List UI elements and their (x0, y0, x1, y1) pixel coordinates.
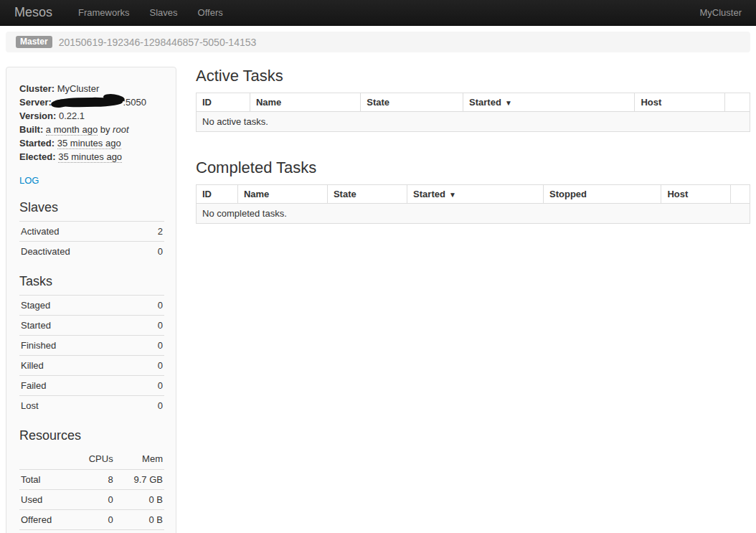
resources-section-title: Resources (19, 428, 164, 443)
built-by: by (100, 124, 110, 135)
started-value: 35 minutes ago (57, 138, 121, 149)
resources-offered-mem: 0 B (115, 510, 164, 530)
resources-offered-cpus: 0 (72, 510, 114, 530)
slaves-activated-value: 2 (145, 222, 164, 242)
resources-col-cpus: CPUs (72, 449, 114, 470)
nav-item-slaves[interactable]: Slaves (140, 0, 188, 26)
cluster-value: MyCluster (57, 83, 100, 94)
info-version: Version: 0.22.1 (19, 109, 164, 123)
active-col-blank (725, 93, 750, 112)
resources-used-mem: 0 B (115, 490, 164, 510)
tasks-table: Staged 0 Started 0 Finished 0 Killed 0 F… (19, 295, 164, 415)
resources-offered-label: Offered (19, 510, 72, 530)
completed-col-started[interactable]: Started▼ (407, 185, 544, 204)
table-row: Idle 8 9.7 GB (19, 530, 164, 533)
completed-col-state[interactable]: State (327, 185, 407, 204)
tasks-started-label: Started (19, 316, 139, 336)
active-tasks-title: Active Tasks (196, 67, 750, 85)
tasks-killed-label: Killed (19, 356, 139, 376)
cluster-label: Cluster: (19, 83, 55, 94)
table-header-row: ID Name State Started▼ Stopped Host (197, 185, 750, 204)
table-row: CPUs Mem (19, 449, 164, 470)
built-value: a month ago (46, 124, 98, 136)
tasks-lost-label: Lost (19, 396, 139, 416)
nav-item-offers[interactable]: Offers (188, 0, 233, 26)
nav-item-frameworks[interactable]: Frameworks (68, 0, 140, 26)
completed-col-blank (730, 185, 750, 204)
completed-empty-message: No completed tasks. (197, 204, 750, 224)
redacted-server-address (54, 97, 123, 108)
navbar-cluster-name: MyCluster (699, 7, 742, 18)
version-value: 0.22.1 (59, 110, 85, 121)
completed-tasks-title: Completed Tasks (196, 159, 750, 177)
resources-table: CPUs Mem Total 8 9.7 GB Used 0 0 B Offer… (19, 449, 164, 533)
tasks-failed-value: 0 (139, 376, 164, 396)
resources-idle-mem: 9.7 GB (115, 530, 164, 533)
table-row: Offered 0 0 B (19, 510, 164, 530)
resources-total-cpus: 8 (72, 470, 114, 490)
table-row: Failed 0 (19, 376, 164, 396)
slaves-section-title: Slaves (19, 200, 164, 215)
table-row: Killed 0 (19, 356, 164, 376)
slaves-deactivated-value: 0 (145, 242, 164, 262)
active-col-id[interactable]: ID (197, 93, 250, 112)
elected-value: 35 minutes ago (58, 151, 122, 163)
elected-label: Elected: (19, 151, 56, 162)
empty-state-row: No completed tasks. (197, 204, 750, 224)
navbar: Mesos Frameworks Slaves Offers MyCluster (0, 0, 756, 26)
info-started: Started: 35 minutes ago (19, 136, 164, 150)
table-row: Started 0 (19, 316, 164, 336)
resources-total-mem: 9.7 GB (115, 470, 164, 490)
tasks-lost-value: 0 (139, 396, 164, 416)
table-header-row: ID Name State Started▼ Host (197, 93, 750, 112)
info-built: Built: a month ago by root (19, 123, 164, 136)
completed-col-id[interactable]: ID (197, 185, 238, 204)
completed-tasks-table: ID Name State Started▼ Stopped Host No c… (196, 184, 750, 224)
resources-used-cpus: 0 (72, 490, 114, 510)
table-row: Deactivated 0 (19, 242, 164, 262)
active-col-started[interactable]: Started▼ (463, 93, 635, 112)
resources-col-mem: Mem (115, 449, 164, 470)
sidebar-panel: Cluster: MyCluster Server: :5050 Version… (6, 67, 176, 533)
tasks-failed-label: Failed (19, 376, 139, 396)
table-row: Finished 0 (19, 336, 164, 356)
slaves-table: Activated 2 Deactivated 0 (19, 221, 164, 261)
server-port: :5050 (123, 97, 146, 108)
info-server: Server: :5050 (19, 95, 164, 109)
active-col-host[interactable]: Host (635, 93, 725, 112)
table-row: Staged 0 (19, 296, 164, 316)
resources-used-label: Used (19, 490, 72, 510)
active-col-state[interactable]: State (361, 93, 463, 112)
resources-col-blank (19, 449, 72, 470)
info-cluster: Cluster: MyCluster (19, 82, 164, 95)
info-elected: Elected: 35 minutes ago (19, 150, 164, 164)
slaves-activated-label: Activated (19, 222, 145, 242)
tasks-section-title: Tasks (19, 274, 164, 289)
started-label: Started: (19, 138, 55, 148)
completed-col-stopped[interactable]: Stopped (544, 185, 661, 204)
server-label: Server: (19, 97, 52, 108)
tasks-staged-label: Staged (19, 296, 139, 316)
completed-col-host[interactable]: Host (661, 185, 731, 204)
tasks-staged-value: 0 (139, 296, 164, 316)
log-link[interactable]: LOG (19, 175, 39, 186)
sort-desc-icon: ▼ (505, 99, 512, 107)
master-id: 20150619-192346-1298446857-5050-14153 (59, 37, 257, 48)
tasks-started-value: 0 (139, 316, 164, 336)
table-row: Used 0 0 B (19, 490, 164, 510)
breadcrumb: Master 20150619-192346-1298446857-5050-1… (6, 32, 750, 52)
master-badge: Master (16, 36, 52, 48)
table-row: Activated 2 (19, 222, 164, 242)
tasks-killed-value: 0 (139, 356, 164, 376)
main-content: Active Tasks ID Name State Started▼ Host… (196, 67, 750, 224)
resources-idle-label: Idle (19, 530, 72, 533)
active-col-name[interactable]: Name (250, 93, 360, 112)
tasks-finished-value: 0 (139, 336, 164, 356)
version-label: Version: (19, 110, 56, 121)
sort-desc-icon: ▼ (449, 191, 456, 199)
built-label: Built: (19, 124, 43, 135)
brand-link[interactable]: Mesos (14, 5, 52, 20)
completed-col-name[interactable]: Name (237, 185, 327, 204)
active-empty-message: No active tasks. (197, 112, 750, 132)
completed-col-started-label: Started (413, 189, 445, 199)
